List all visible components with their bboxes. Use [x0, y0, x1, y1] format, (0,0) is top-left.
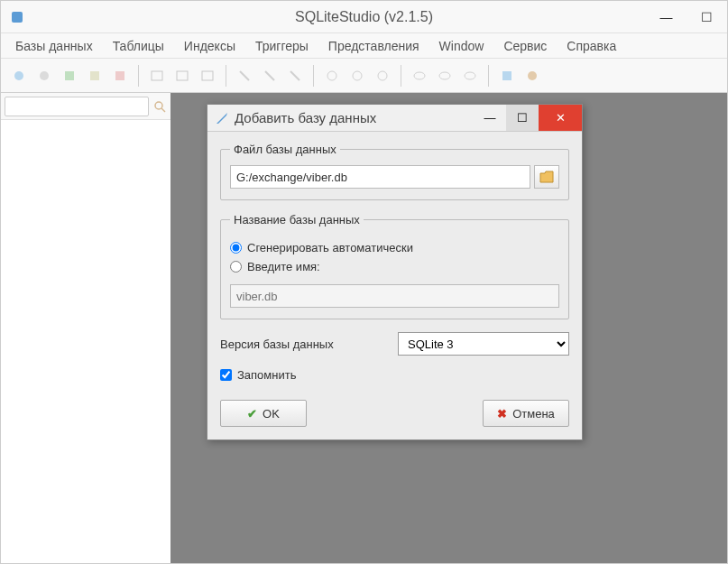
radio-manual[interactable] — [230, 261, 242, 273]
dialog-controls: — ☐ ✕ — [474, 105, 582, 131]
svg-point-14 — [465, 72, 475, 79]
add-database-dialog: Добавить базу данных — ☐ ✕ Файл базы дан… — [207, 104, 583, 440]
sidebar-filter-input[interactable] — [5, 97, 149, 116]
menu-window[interactable]: Window — [430, 35, 493, 57]
file-fieldset: Файл базы данных — [220, 143, 569, 200]
menu-triggers[interactable]: Триггеры — [246, 35, 318, 57]
radio-auto-row[interactable]: Сгенерировать автоматически — [230, 241, 559, 254]
tool-table-edit-icon[interactable] — [171, 65, 193, 87]
tool-view3-icon[interactable] — [459, 65, 481, 87]
browse-button[interactable] — [534, 165, 559, 189]
tool-config-icon[interactable] — [521, 65, 543, 87]
svg-rect-0 — [12, 12, 23, 23]
toolbar-separator — [401, 65, 401, 87]
toolbar-separator — [488, 65, 489, 87]
remember-label: Запомнить — [237, 368, 296, 382]
radio-auto[interactable] — [230, 242, 242, 254]
search-icon[interactable] — [152, 98, 167, 115]
menu-views[interactable]: Представления — [319, 35, 429, 57]
sidebar-search — [1, 93, 170, 120]
tool-trigger-icon[interactable] — [321, 65, 343, 87]
tool-disconnect-icon[interactable] — [33, 65, 55, 87]
main-titlebar: SQLiteStudio (v2.1.5) — ☐ — [1, 1, 727, 33]
tool-trigger3-icon[interactable] — [372, 65, 393, 87]
workspace: Добавить базу данных — ☐ ✕ Файл базы дан… — [170, 93, 727, 563]
database-tree[interactable] — [1, 120, 170, 563]
version-row: Версия базы данных SQLite 3 — [220, 332, 569, 356]
menu-help[interactable]: Справка — [558, 35, 625, 57]
tool-index-icon[interactable] — [234, 65, 255, 87]
content-area: Добавить базу данных — ☐ ✕ Файл базы дан… — [1, 93, 727, 563]
svg-point-9 — [327, 71, 336, 80]
svg-point-10 — [353, 71, 362, 80]
svg-rect-7 — [177, 71, 188, 80]
version-label: Версия базы данных — [220, 337, 380, 351]
menu-tables[interactable]: Таблицы — [104, 35, 173, 57]
db-name-input[interactable] — [230, 284, 559, 308]
menu-databases[interactable]: Базы данных — [6, 35, 102, 57]
svg-rect-4 — [90, 71, 99, 80]
remember-row[interactable]: Запомнить — [220, 368, 569, 382]
dialog-buttons: ✔ OK ✖ Отмена — [220, 400, 569, 427]
file-path-input[interactable] — [230, 165, 530, 189]
svg-point-12 — [414, 72, 425, 79]
tool-index3-icon[interactable] — [284, 65, 306, 87]
svg-point-11 — [378, 71, 387, 80]
sidebar — [1, 93, 170, 563]
dialog-maximize-button[interactable]: ☐ — [506, 105, 539, 131]
check-icon: ✔ — [247, 407, 257, 421]
tool-table-icon[interactable] — [146, 65, 168, 87]
tool-sql-icon[interactable] — [496, 65, 518, 87]
menu-indexes[interactable]: Индексы — [175, 35, 244, 57]
app-icon — [10, 10, 24, 24]
cross-icon: ✖ — [497, 407, 507, 421]
svg-point-2 — [40, 71, 49, 80]
dialog-minimize-button[interactable]: — — [474, 105, 506, 131]
svg-rect-5 — [115, 71, 124, 80]
svg-point-13 — [439, 72, 450, 79]
radio-auto-label: Сгенерировать автоматически — [247, 241, 413, 254]
main-window: SQLiteStudio (v2.1.5) — ☐ Базы данных Та… — [0, 0, 728, 564]
svg-point-17 — [155, 102, 162, 109]
svg-point-1 — [14, 71, 23, 80]
menu-service[interactable]: Сервис — [494, 35, 556, 57]
svg-rect-3 — [65, 71, 74, 80]
radio-manual-label: Введите имя: — [247, 260, 320, 273]
cancel-label: Отмена — [512, 407, 555, 421]
ok-label: OK — [263, 407, 280, 421]
minimize-button[interactable]: — — [646, 1, 687, 32]
tool-index2-icon[interactable] — [259, 65, 281, 87]
name-legend: Название базы данных — [230, 213, 364, 227]
window-controls: — ☐ — [646, 1, 727, 32]
toolbar — [1, 59, 727, 93]
folder-icon — [539, 171, 554, 183]
ok-button[interactable]: ✔ OK — [220, 400, 307, 427]
tool-connect-icon[interactable] — [8, 65, 30, 87]
dialog-title: Добавить базу данных — [235, 110, 474, 125]
dialog-body: Файл базы данных Название базы данных — [207, 132, 582, 439]
tool-trigger2-icon[interactable] — [346, 65, 368, 87]
version-select[interactable]: SQLite 3 — [398, 332, 569, 356]
file-legend: Файл базы данных — [230, 143, 340, 156]
tool-view2-icon[interactable] — [434, 65, 456, 87]
toolbar-separator — [313, 65, 314, 87]
cancel-button[interactable]: ✖ Отмена — [483, 400, 569, 427]
remember-checkbox[interactable] — [220, 369, 232, 381]
tool-view-icon[interactable] — [409, 65, 430, 87]
menubar: Базы данных Таблицы Индексы Триггеры Пре… — [1, 33, 727, 59]
svg-rect-15 — [502, 71, 511, 80]
svg-rect-8 — [202, 71, 213, 80]
toolbar-separator — [138, 65, 139, 87]
feather-icon — [215, 111, 229, 125]
maximize-button[interactable]: ☐ — [687, 1, 727, 32]
tool-table-del-icon[interactable] — [197, 65, 218, 87]
svg-point-16 — [528, 71, 537, 80]
toolbar-separator — [226, 65, 226, 87]
tool-edit-db-icon[interactable] — [84, 65, 106, 87]
dialog-close-button[interactable]: ✕ — [539, 105, 582, 131]
svg-rect-6 — [152, 71, 162, 80]
tool-add-db-icon[interactable] — [59, 65, 80, 87]
radio-manual-row[interactable]: Введите имя: — [230, 260, 559, 273]
tool-remove-db-icon[interactable] — [109, 65, 131, 87]
dialog-titlebar[interactable]: Добавить базу данных — ☐ ✕ — [207, 105, 582, 132]
